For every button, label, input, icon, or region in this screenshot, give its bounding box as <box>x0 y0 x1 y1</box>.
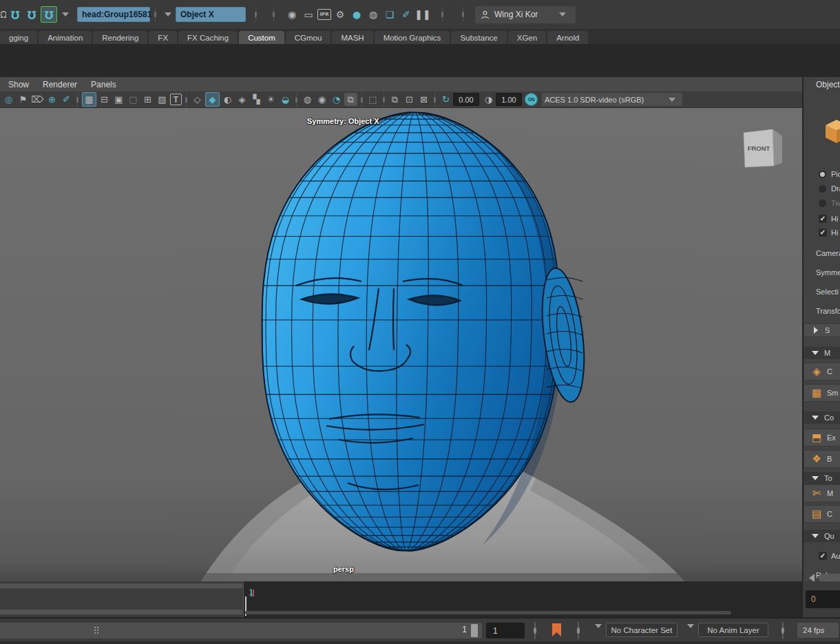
current-frame-field[interactable]: 0 <box>806 590 840 608</box>
bookmark-icon[interactable]: ⚑ <box>17 93 30 106</box>
render-settings-icon[interactable]: ⚙ <box>333 7 348 22</box>
expanded-arrow-icon[interactable] <box>812 476 819 480</box>
range-separator[interactable] <box>578 622 579 639</box>
smooth-button[interactable]: ▦Sm <box>804 384 840 402</box>
range-separator[interactable] <box>782 622 784 639</box>
range-separator[interactable] <box>534 622 536 639</box>
render-view-icon[interactable]: ◉ <box>284 7 300 22</box>
add-bookmark-icon[interactable] <box>552 623 561 636</box>
radio-icon[interactable] <box>819 185 826 193</box>
image-plane-icon[interactable]: ▨ <box>156 93 169 106</box>
resolution-gate-icon[interactable]: ▣ <box>112 93 125 106</box>
scroll-left-arrow-icon[interactable] <box>809 574 815 581</box>
toolbar-separator[interactable] <box>463 7 463 22</box>
toolbar-separator[interactable] <box>361 92 362 107</box>
snap-point-magnet-icon[interactable]: Ω <box>41 6 57 23</box>
tab-fx-caching[interactable]: FX Caching <box>178 31 238 44</box>
cut-toolbar-icon[interactable]: Ω <box>1 7 6 22</box>
anim-layer-arrow-icon[interactable] <box>687 624 694 628</box>
anim-layer-dropdown[interactable]: No Anim Layer <box>698 623 768 637</box>
toolbar-separator[interactable] <box>255 7 256 22</box>
character-set-arrow-icon[interactable] <box>595 624 602 628</box>
smooth-shaded-icon[interactable]: ◆ <box>205 92 220 107</box>
gate-mask-icon[interactable]: ▢ <box>127 93 140 106</box>
toolbar-separator[interactable] <box>384 92 384 107</box>
shadows-icon[interactable]: ◒ <box>279 93 292 106</box>
range-end-handle[interactable] <box>471 624 478 637</box>
render-layers-icon[interactable]: ❏ <box>382 7 397 22</box>
gamma-icon[interactable]: ◑ <box>482 93 495 106</box>
textured-icon[interactable]: ◐ <box>221 93 234 106</box>
paste-view-icon[interactable]: ⊡ <box>403 93 416 106</box>
isolate-select-icon[interactable]: ⬚ <box>366 93 379 106</box>
relax-slider[interactable] <box>819 574 840 581</box>
toolbar-separator[interactable] <box>186 92 187 107</box>
tweak-radio[interactable]: Twe <box>804 196 840 210</box>
wireframe-icon[interactable]: ◇ <box>191 93 204 106</box>
tab-mash[interactable]: MASH <box>332 31 372 44</box>
checkbox-icon[interactable]: ✓ <box>819 552 827 560</box>
tab-cgmou[interactable]: CGmou <box>286 31 331 44</box>
tab-animation[interactable]: Animation <box>39 31 92 44</box>
snap-curve-magnet-icon[interactable]: Ω <box>24 7 39 22</box>
snap-grid-magnet-icon[interactable]: Ω <box>8 7 23 22</box>
fps-dropdown[interactable]: 24 fps <box>797 623 839 638</box>
quad-draw-section-header[interactable]: Qu <box>804 530 840 542</box>
pencil-icon[interactable]: ✐ <box>60 93 73 106</box>
pan-zoom-icon[interactable]: ⊕ <box>45 93 59 106</box>
snap-options-arrow-icon[interactable] <box>62 12 69 17</box>
highlight-checkbox-1[interactable]: ✓Hi <box>804 212 840 226</box>
tab-gging[interactable]: gging <box>0 31 37 44</box>
pm-item-show[interactable]: Show <box>8 80 29 89</box>
motion-blur-icon[interactable]: ◉ <box>315 93 328 106</box>
pm-item-renderer[interactable]: Renderer <box>43 80 77 89</box>
color-management-toggle[interactable]: ON <box>525 93 538 106</box>
overlap-icon[interactable]: ⧉ <box>344 93 357 106</box>
mesh-section-header[interactable]: M <box>804 347 840 359</box>
toolbar-separator[interactable] <box>434 92 435 107</box>
paint-effects-icon[interactable]: ✐ <box>399 7 414 22</box>
expanded-arrow-icon[interactable] <box>812 416 819 420</box>
exposure-icon[interactable]: ↻ <box>439 93 452 106</box>
render-frame-icon[interactable]: ▭ <box>301 7 316 22</box>
exposure-field[interactable] <box>453 93 479 106</box>
highlight-checkbox-2[interactable]: ✓Hi <box>804 226 840 239</box>
connect-button[interactable]: ▤C <box>804 505 840 523</box>
range-slider[interactable]: 1 <box>0 623 482 638</box>
grid-icon[interactable]: ▦ <box>82 92 96 107</box>
soft-selection-section[interactable]: S <box>804 323 840 337</box>
xray-icon[interactable]: ▚ <box>250 93 263 106</box>
tab-xgen[interactable]: XGen <box>508 31 546 44</box>
pick-radio[interactable]: Pic <box>804 167 840 181</box>
tab-rendering[interactable]: Rendering <box>93 31 147 44</box>
time-slider[interactable]: 1 <box>243 581 803 617</box>
symmetry-options-arrow-icon[interactable] <box>165 12 171 17</box>
character-set-dropdown[interactable]: No Character Set <box>606 623 678 637</box>
toolbar-separator[interactable] <box>442 7 443 22</box>
gpu-cache-icon[interactable]: ◔ <box>330 93 343 106</box>
film-gate-icon[interactable]: ⊟ <box>98 93 111 106</box>
wire-on-shaded-icon[interactable]: ◈ <box>235 93 249 106</box>
user-account-menu[interactable]: Wing Xi Kor <box>475 6 576 23</box>
tab-fx[interactable]: FX <box>149 31 177 44</box>
gamma-field[interactable] <box>496 93 522 106</box>
components-section-header[interactable]: Co <box>804 411 840 424</box>
view-cube[interactable]: FRONT <box>739 125 788 170</box>
radio-icon[interactable] <box>819 171 826 178</box>
lighting-icon[interactable]: ☀ <box>264 93 277 106</box>
bevel-button[interactable]: ❖B <box>804 450 840 468</box>
tab-custom[interactable]: Custom <box>239 31 284 44</box>
eraser-icon[interactable]: ⌦ <box>31 93 44 106</box>
radio-icon[interactable] <box>819 200 826 207</box>
copy-view-icon[interactable]: ⧉ <box>388 93 401 106</box>
object-name-field[interactable]: head:Group16581 <box>77 7 150 22</box>
toolbar-separator[interactable] <box>155 7 156 22</box>
timeline-scrollbar[interactable] <box>245 611 731 614</box>
range-grip-icon[interactable] <box>94 626 99 635</box>
multi-cut-button[interactable]: ✄M <box>804 484 840 502</box>
auto-checkbox[interactable]: ✓Aut <box>804 549 840 563</box>
toolbar-separator[interactable] <box>77 92 78 107</box>
checkbox-icon[interactable]: ✓ <box>819 215 827 223</box>
drag-radio[interactable]: Dra <box>804 182 840 195</box>
expanded-arrow-icon[interactable] <box>812 534 819 538</box>
